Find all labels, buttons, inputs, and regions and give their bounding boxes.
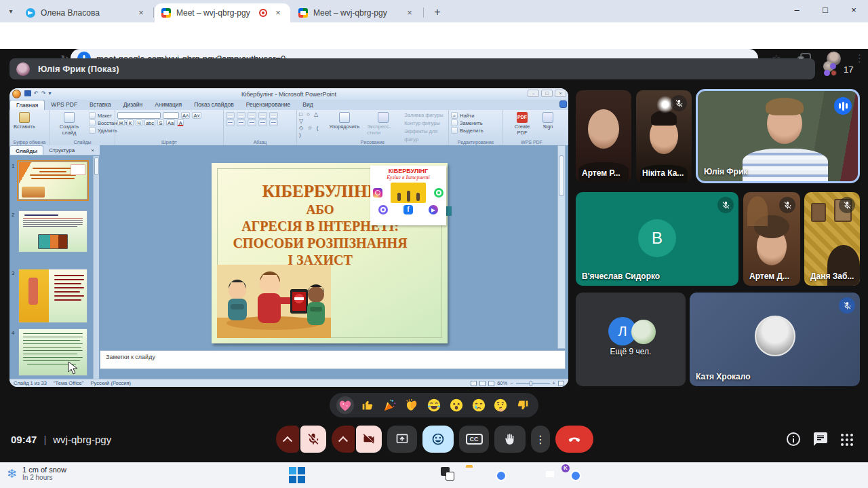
panel-tab-outline[interactable]: Структура [43,145,80,155]
tile-more-participants[interactable]: Л Ещё 9 чел. [576,293,686,386]
bold-button[interactable]: Ж [117,119,125,126]
reaction-sparkling-heart[interactable] [336,396,354,414]
ribbon-tab-design[interactable]: Дизайн [117,100,149,110]
participant-tile-artem-d[interactable]: Артем Д... [743,192,800,286]
line-spacing-icon[interactable] [269,112,278,119]
reaction-thinking[interactable] [492,396,509,414]
reaction-laughing[interactable] [425,396,443,414]
slide-thumbnail-1[interactable] [18,162,87,200]
participant-tile-artem-r[interactable]: Артем Р... [576,90,631,183]
camera-options-chevron[interactable] [332,426,355,453]
participant-count-chip[interactable]: 17 [823,60,853,79]
browser-tab-meet-2[interactable]: Meet – wvj-qbrg-pgy × [292,3,422,22]
more-options-button[interactable]: ⋮ [531,426,550,453]
italic-button[interactable]: К [127,119,134,126]
mic-off-button[interactable] [300,426,326,453]
tab-search-button[interactable]: ▾ [4,5,18,18]
browser-tab-meet-active[interactable]: Meet – wvj-qbrg-pgy × [155,3,290,22]
raise-hand-button[interactable] [494,426,526,453]
numbering-icon[interactable] [237,112,245,119]
font-name-box[interactable] [117,112,161,119]
captions-button[interactable]: CC [459,426,489,453]
leave-call-button[interactable] [555,426,593,453]
slide-sorter-icon[interactable] [479,381,486,386]
reaction-thumbs-down[interactable] [514,396,532,414]
participant-tile-dania[interactable]: Даня Заб... [804,192,860,286]
window-maximize-button[interactable]: □ [811,0,840,22]
reaction-surprised[interactable] [448,396,465,414]
shape-outline-button[interactable]: Контур фигуры [404,119,446,128]
ribbon-tab-insert[interactable]: Вставка [83,100,117,110]
underline-button[interactable]: Ч [136,119,142,126]
columns-icon[interactable] [269,119,278,126]
chrome-button[interactable] [491,467,509,485]
tab-close-icon[interactable]: × [273,7,283,18]
reaction-party-popper[interactable] [381,396,399,414]
slide-thumbnail-2[interactable] [18,210,87,252]
mic-options-chevron[interactable] [276,426,299,453]
chrome-profile-k-button[interactable]: K [566,467,583,485]
shape-fill-button[interactable]: Заливка фигуры [404,111,446,119]
new-tab-button[interactable]: + [430,5,445,20]
ribbon-tab-animation[interactable]: Анимация [149,100,188,110]
panel-tab-slides[interactable]: Слайды [9,145,43,155]
ribbon-tab-review[interactable]: Рецензирование [240,100,297,110]
present-screen-button[interactable] [387,426,417,453]
strikethrough-button[interactable]: abc [144,119,155,126]
panel-close-icon[interactable]: × [85,145,100,155]
quick-styles-button[interactable]: Экспресс-стили [365,111,401,136]
select-button[interactable]: Выделить [451,127,500,134]
slide-canvas[interactable]: КІБЕРБУЛІНГ АБО АГРЕСІЯ В ІНТЕРНЕТІ: СПО… [212,163,448,343]
meeting-details-icon[interactable] [785,431,802,450]
ribbon-tab-home[interactable]: Главная [9,100,45,110]
tab-close-icon[interactable]: × [404,7,415,18]
ribbon-tab-wpspdf[interactable]: WPS PDF [45,100,83,110]
zoom-slider[interactable] [516,383,550,384]
paste-button[interactable]: Вставить [12,111,37,130]
chat-icon[interactable] [812,431,829,450]
zoom-out-icon[interactable]: − [510,380,513,386]
indent-increase-icon[interactable] [258,112,267,119]
align-center-icon[interactable] [237,119,245,126]
reaction-thumbs-up[interactable] [359,396,376,414]
store-button[interactable] [541,467,559,485]
arrange-button[interactable]: Упорядочить [328,111,362,130]
reactions-button[interactable] [422,426,454,453]
grow-font-button[interactable]: A˄ [181,112,190,119]
slide-vertical-scrollbar[interactable] [557,145,566,349]
weather-widget[interactable]: ❄ 1 cm of snow In 2 hours [7,466,66,481]
edge-button[interactable] [517,467,534,485]
fit-to-window-icon[interactable] [558,381,564,386]
file-explorer-button[interactable] [465,467,483,485]
browser-menu-icon[interactable]: ⋮ [854,52,865,64]
powerpoint-window-controls[interactable]: –□× [528,90,566,97]
shared-screen-presentation[interactable]: ↶↷▾ Кібербулінг - Microsoft PowerPoint –… [9,88,568,387]
find-button[interactable]: ⌕Найти [451,112,500,119]
participant-tile-katya[interactable]: Катя Хрокало [690,293,860,386]
bullets-icon[interactable] [226,112,235,119]
new-slide-button[interactable]: Создать слайд [52,111,86,136]
reaction-crying[interactable] [470,396,488,414]
font-size-box[interactable] [163,112,179,119]
align-left-icon[interactable] [226,119,235,126]
sign-button[interactable]: Sign [540,111,555,136]
shrink-font-button[interactable]: A˅ [192,112,201,119]
wps-help-icon[interactable] [559,100,567,108]
slideshow-icon[interactable] [488,381,494,386]
activities-grid-icon[interactable] [841,434,853,446]
ribbon-tab-view[interactable]: Вид [296,100,319,110]
window-close-button[interactable]: × [840,0,868,22]
zoom-in-icon[interactable]: + [553,380,555,386]
justify-icon[interactable] [258,119,267,126]
slide-panel-scrollbar[interactable] [93,156,99,379]
participant-tile-nikita[interactable]: Нікіта Ка... [636,90,692,183]
browser-tab-telegram[interactable]: Олена Власова × [19,3,153,22]
participant-tile-vyacheslav[interactable]: В В'ячеслав Сидорко [576,192,738,286]
window-minimize-button[interactable]: – [783,0,811,22]
shadow-button[interactable]: S [157,119,164,126]
notes-pane[interactable]: Заметки к слайду [100,350,566,369]
participant-tile-yulia-speaking[interactable]: Юлія Фрик [696,89,860,183]
indent-decrease-icon[interactable] [248,112,256,119]
start-button[interactable] [289,467,307,485]
change-case-button[interactable]: Аа [166,119,175,126]
